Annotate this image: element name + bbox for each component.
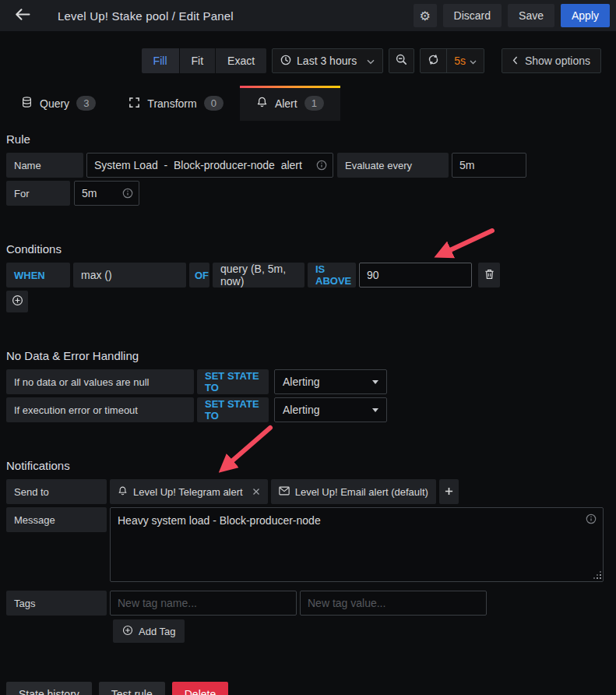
add-tag-button[interactable]: Add Tag [113,619,185,643]
panel-size-mode-group: Fill Fit Exact [142,48,266,73]
tab-transform-count-badge: 0 [204,96,224,111]
bell-icon [118,485,128,499]
page-title: Level Up! Stake pool / Edit Panel [58,9,234,23]
resize-handle[interactable] [600,577,601,579]
transform-corners-icon [128,97,140,111]
delete-button[interactable]: Delete [172,682,228,695]
sync-icon [428,54,439,68]
arrow-left-icon [14,8,31,23]
condition-when-keyword[interactable]: WHEN [6,263,70,288]
no-data-section: No Data & Error Handling If no data or a… [6,349,610,422]
chip-label: Level Up! Email alert (default) [295,486,428,498]
rule-name-label: Name [6,153,83,178]
show-options-label: Show options [525,55,590,67]
selected-value: Alerting [283,404,319,416]
rule-heading: Rule [6,132,610,146]
chip-label: Level Up! Telegram alert [133,486,243,498]
back-button[interactable] [8,3,37,28]
save-button[interactable]: Save [508,4,554,27]
evaluate-every-label: Evaluate every [337,153,449,178]
refresh-picker: 5s [420,48,484,73]
envelope-icon [279,486,290,498]
evaluate-every-input[interactable] [452,153,526,178]
discard-button[interactable]: Discard [443,4,502,27]
chevron-down-icon [470,55,477,67]
time-range-picker[interactable]: Last 3 hours [272,48,383,73]
refresh-interval-label: 5s [454,55,466,67]
rule-section: Rule Name Evaluate every For [6,132,610,206]
condition-query-select[interactable]: query (B, 5m, now) [213,263,304,288]
conditions-section: Conditions WHEN max () OF query (B, 5m, … [6,242,610,312]
chevron-left-icon [512,55,518,67]
clock-icon [280,55,291,68]
exec-error-state-select[interactable]: Alerting [274,397,387,422]
editor-tabs: Query 3 Transform 0 Alert 1 [0,86,616,121]
size-mode-fit[interactable]: Fit [180,48,216,73]
condition-threshold-input[interactable] [359,263,472,288]
exec-error-label: If execution error or timeout [6,397,194,422]
exec-error-set-state-keyword: SET STATE TO [197,397,269,422]
for-input[interactable] [74,181,139,206]
add-condition-button[interactable] [6,291,28,312]
no-data-set-state-keyword: SET STATE TO [197,369,269,394]
send-to-label: Send to [6,479,107,504]
tab-query-count-badge: 3 [76,96,96,111]
size-mode-exact[interactable]: Exact [216,48,266,73]
condition-operator-select[interactable]: IS ABOVE [308,263,356,288]
plus-icon [445,486,453,498]
caret-down-icon [372,380,378,384]
circle-plus-icon [12,295,23,309]
search-minus-icon [396,54,407,68]
database-icon [21,96,33,111]
for-label: For [6,181,70,206]
selected-value: Alerting [283,376,319,388]
condition-of-keyword: OF [189,263,209,288]
top-navbar: Level Up! Stake pool / Edit Panel ⚙ Disc… [0,0,616,31]
alert-editor: Rule Name Evaluate every For Cond [0,121,616,695]
no-data-heading: No Data & Error Handling [6,349,610,362]
no-data-label: If no data or all values are null [6,369,194,394]
add-notification-button[interactable] [439,479,459,504]
trash-icon [484,269,495,282]
tab-alert-count-badge: 1 [304,96,324,111]
refresh-button[interactable] [421,49,446,72]
notification-chip-telegram[interactable]: Level Up! Telegram alert [110,479,268,504]
tab-label: Alert [275,97,297,110]
tab-label: Transform [147,97,196,110]
tab-query[interactable]: Query 3 [5,86,112,121]
apply-button[interactable]: Apply [561,4,610,27]
time-range-label: Last 3 hours [297,55,357,67]
tab-alert[interactable]: Alert 1 [240,86,340,121]
rule-name-input[interactable] [86,153,333,178]
zoom-out-button[interactable] [389,48,414,73]
notification-chip-email[interactable]: Level Up! Email alert (default) [271,479,436,504]
tags-label: Tags [6,591,107,616]
message-textarea[interactable]: Heavy system load - Block-producer-node [110,507,604,582]
caret-down-icon [372,408,378,412]
gear-icon: ⚙ [419,9,430,23]
tab-transform[interactable]: Transform 0 [112,86,240,121]
show-options-button[interactable]: Show options [502,48,601,73]
close-icon[interactable] [252,488,260,496]
state-history-button[interactable]: State history [6,682,92,695]
condition-aggregation-select[interactable]: max () [73,263,186,288]
test-rule-button[interactable]: Test rule [99,682,165,695]
chevron-down-icon [367,55,375,67]
bell-icon [256,96,268,111]
notifications-section: Notifications Send to Level Up! Telegram… [6,459,610,643]
panel-toolbar: Fill Fit Exact Last 3 hours 5s [0,48,616,73]
message-label: Message [6,507,107,532]
tab-label: Query [40,97,69,110]
delete-condition-button[interactable] [478,263,500,288]
refresh-interval-select[interactable]: 5s [446,49,484,72]
no-data-state-select[interactable]: Alerting [274,369,387,394]
navbar-actions: ⚙ Discard Save Apply [414,4,610,27]
size-mode-fill[interactable]: Fill [142,48,180,73]
alert-footer-actions: State history Test rule Delete [6,682,610,695]
circle-plus-icon [122,625,133,638]
add-tag-label: Add Tag [139,626,175,637]
tag-value-input[interactable] [300,591,487,616]
conditions-heading: Conditions [6,242,610,256]
panel-settings-button[interactable]: ⚙ [414,4,437,27]
tag-name-input[interactable] [110,591,297,616]
